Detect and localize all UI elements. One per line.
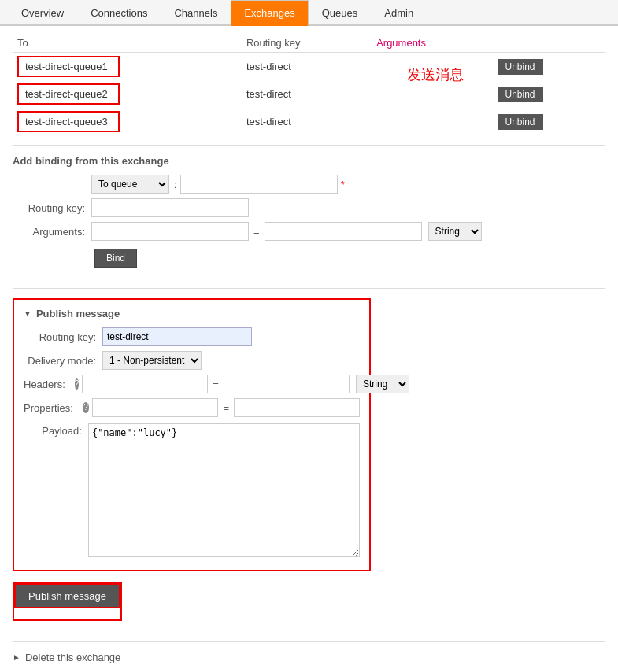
routing-key-row: Routing key: bbox=[13, 198, 605, 217]
arguments-row: Arguments: = String Integer bbox=[13, 222, 605, 241]
headers-value-input[interactable] bbox=[224, 375, 350, 393]
properties-equals: = bbox=[223, 402, 229, 414]
table-row: test-direct-queue3 test-direct Unbind bbox=[13, 108, 605, 135]
delete-section[interactable]: ► Delete this exchange bbox=[13, 652, 605, 663]
publish-routing-key-label: Routing key: bbox=[24, 331, 102, 343]
unbind-btn-1[interactable]: Unbind bbox=[498, 59, 543, 75]
publish-message-section: ▼ Publish message Routing key: Delivery … bbox=[13, 298, 371, 571]
headers-key-input[interactable] bbox=[82, 375, 208, 393]
properties-label: Properties: bbox=[24, 402, 80, 414]
table-row: test-direct-queue1 test-direct Unbind bbox=[13, 53, 605, 81]
publish-title-text: Publish message bbox=[36, 308, 120, 319]
arguments-3 bbox=[372, 108, 492, 135]
col-arguments: Arguments bbox=[372, 34, 492, 53]
nav-tabs: Overview Connections Channels Exchanges … bbox=[0, 0, 618, 26]
tab-channels[interactable]: Channels bbox=[161, 0, 231, 26]
add-binding-section: Add binding from this exchange To queue … bbox=[13, 155, 605, 279]
table-row: test-direct-queue2 test-direct Unbind bbox=[13, 80, 605, 108]
payload-textarea[interactable]: {"name":"lucy"} bbox=[88, 423, 360, 557]
col-routing-key: Routing key bbox=[242, 34, 372, 53]
properties-row: Properties: ? = bbox=[24, 398, 360, 417]
routing-key-1: test-direct bbox=[242, 53, 372, 81]
tab-exchanges[interactable]: Exchanges bbox=[231, 0, 308, 26]
routing-key-label: Routing key: bbox=[13, 202, 91, 214]
col-to: To bbox=[13, 34, 242, 53]
routing-key-input[interactable] bbox=[91, 198, 249, 217]
queue-name-3: test-direct-queue3 bbox=[17, 111, 120, 132]
headers-help-icon[interactable]: ? bbox=[75, 378, 80, 390]
bind-button[interactable]: Bind bbox=[94, 249, 137, 268]
publish-message-button[interactable]: Publish message bbox=[14, 584, 120, 608]
delivery-mode-label: Delivery mode: bbox=[24, 355, 102, 367]
headers-equals: = bbox=[213, 378, 219, 390]
equals-sign: = bbox=[253, 226, 260, 238]
properties-help-icon[interactable]: ? bbox=[83, 402, 90, 413]
tab-queues[interactable]: Queues bbox=[309, 0, 372, 26]
to-queue-input[interactable] bbox=[180, 175, 338, 194]
publish-btn-container: Publish message bbox=[13, 582, 122, 621]
properties-key-input[interactable] bbox=[92, 398, 218, 417]
arguments-input-key[interactable] bbox=[91, 222, 249, 241]
routing-key-3: test-direct bbox=[242, 108, 372, 135]
headers-type-select[interactable]: String Integer bbox=[356, 375, 409, 393]
delete-exchange-label: Delete this exchange bbox=[25, 652, 120, 663]
publish-section-title: ▼ Publish message bbox=[24, 308, 360, 319]
arguments-input-value[interactable] bbox=[265, 222, 422, 241]
queue-name-2: test-direct-queue2 bbox=[17, 83, 120, 105]
routing-key-2: test-direct bbox=[242, 80, 372, 108]
arguments-label: Arguments: bbox=[13, 226, 91, 238]
arguments-2 bbox=[372, 80, 492, 108]
publish-routing-key-input[interactable] bbox=[102, 327, 252, 346]
collapse-icon[interactable]: ▼ bbox=[24, 309, 31, 318]
bindings-table: To Routing key Arguments test-direct-que… bbox=[13, 34, 605, 135]
tab-overview[interactable]: Overview bbox=[8, 0, 77, 26]
tab-admin[interactable]: Admin bbox=[371, 0, 427, 26]
queue-name-1: test-direct-queue1 bbox=[17, 56, 120, 77]
add-binding-title: Add binding from this exchange bbox=[13, 155, 605, 167]
publish-routing-key-row: Routing key: bbox=[24, 327, 360, 346]
delivery-mode-row: Delivery mode: 1 - Non-persistent 2 - Pe… bbox=[24, 351, 360, 370]
to-queue-row: To queue To exchange : * bbox=[13, 175, 605, 194]
tab-connections[interactable]: Connections bbox=[77, 0, 161, 26]
headers-label: Headers: bbox=[24, 378, 72, 390]
properties-value-input[interactable] bbox=[234, 398, 360, 417]
payload-row: Payload: {"name":"lucy"} bbox=[24, 422, 360, 557]
arguments-type-select[interactable]: String Integer bbox=[428, 222, 482, 241]
unbind-btn-2[interactable]: Unbind bbox=[498, 87, 543, 102]
delivery-mode-select[interactable]: 1 - Non-persistent 2 - Persistent bbox=[102, 351, 202, 370]
payload-label: Payload: bbox=[24, 422, 88, 437]
to-queue-select[interactable]: To queue To exchange bbox=[91, 175, 169, 194]
delete-triangle-icon: ► bbox=[13, 653, 20, 662]
headers-row: Headers: ? = String Integer bbox=[24, 375, 360, 393]
required-star: * bbox=[341, 179, 345, 190]
chinese-annotation: 发送消息 bbox=[407, 65, 464, 84]
unbind-btn-3[interactable]: Unbind bbox=[498, 114, 543, 130]
